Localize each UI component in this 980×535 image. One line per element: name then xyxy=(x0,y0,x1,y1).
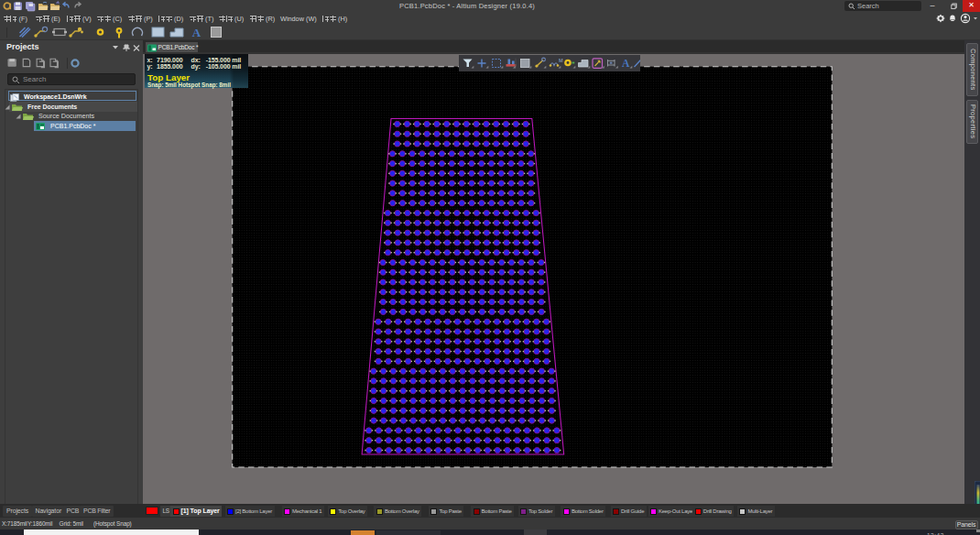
svg-text:A: A xyxy=(622,57,630,68)
svg-text:M: M xyxy=(559,57,563,62)
svg-text:A: A xyxy=(192,26,201,39)
